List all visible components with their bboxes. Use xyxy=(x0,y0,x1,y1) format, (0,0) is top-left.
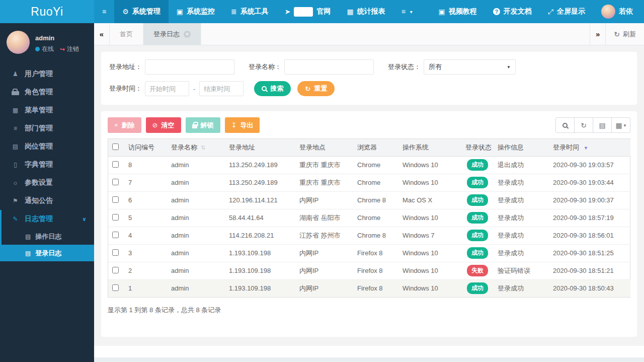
x-icon: × xyxy=(114,121,118,129)
table-row[interactable]: 6admin120.196.114.121内网IPChrome 8Mac OS … xyxy=(108,191,630,209)
nav-item-system-monitor[interactable]: ▣系统监控 xyxy=(169,0,223,23)
status-cell: 成功 xyxy=(461,279,494,297)
range-separator: - xyxy=(193,85,195,93)
file-icon: ▤ xyxy=(25,233,31,240)
os-cell: Windows 10 xyxy=(398,174,461,191)
row-checkbox[interactable] xyxy=(112,232,119,238)
tab-login-log[interactable]: 登录日志✕ xyxy=(143,23,201,45)
status-badge: 成功 xyxy=(467,177,488,188)
nav-item-user-menu[interactable]: 若依 xyxy=(593,0,641,23)
row-checkbox[interactable] xyxy=(112,284,119,291)
reset-button[interactable]: ↻ 重置 xyxy=(297,81,335,96)
sidebar: admin 在线 ↪ 注销 ♟用户管理角色管理▦菜单管理≡部门管理▤岗位管理▯字… xyxy=(0,23,94,362)
nav-item-layout-menu[interactable]: ≡▾ xyxy=(393,0,421,23)
close-icon[interactable]: ✕ xyxy=(184,31,191,38)
tab-refresh-button[interactable]: ↻ 刷新 xyxy=(605,23,644,45)
row-checkbox[interactable] xyxy=(112,214,119,221)
column-header-check xyxy=(108,139,124,156)
sidebar-item-dept-manage[interactable]: ≡部门管理 xyxy=(0,119,94,137)
message-cell: 验证码错误 xyxy=(494,262,549,279)
delete-button[interactable]: ×删除 xyxy=(108,117,141,133)
row-checkbox[interactable] xyxy=(112,196,119,203)
sidebar-item-log-manage[interactable]: ✎日志管理∨ xyxy=(2,210,94,228)
browser-cell: Chrome xyxy=(353,174,398,191)
sidebar-item-post-manage[interactable]: ▤岗位管理 xyxy=(0,137,94,156)
status-badge: 成功 xyxy=(467,212,488,224)
toggle-view-button[interactable]: ▤ xyxy=(593,117,612,133)
sidebar-group-log-manage: ✎日志管理∨▤操作日志▤登录日志 xyxy=(0,210,94,261)
nav-item-system-manage[interactable]: ⚙系统管理 xyxy=(114,0,169,23)
nav-item-sidebar-toggle[interactable]: ≡ xyxy=(94,0,114,23)
nav-item-stats-report[interactable]: ▦统计报表 xyxy=(339,0,393,23)
nav-item-official-site[interactable]: ➤官网 xyxy=(277,0,339,23)
name-cell: admin xyxy=(167,209,225,227)
button-label: 解锁 xyxy=(201,121,214,130)
row-checkbox[interactable] xyxy=(112,267,119,273)
export-button[interactable]: ↧导出 xyxy=(225,117,260,133)
row-checkbox[interactable] xyxy=(112,161,119,168)
refresh-table-button[interactable]: ↻ xyxy=(574,117,593,133)
id-cell: 1 xyxy=(124,279,167,297)
id-cell: 2 xyxy=(124,262,167,279)
nav-item-system-tools[interactable]: ≣系统工具 xyxy=(223,0,277,23)
columns-button[interactable]: ▦▾ xyxy=(611,117,630,133)
list-view-icon: ▤ xyxy=(599,121,605,129)
login-name-input[interactable] xyxy=(284,59,374,75)
app-logo: RuoYi xyxy=(0,0,94,23)
table-row[interactable]: 1admin1.193.109.198内网IPFirefox 8Windows … xyxy=(108,279,630,297)
tab-home[interactable]: 首页 xyxy=(110,23,143,45)
start-time-input[interactable] xyxy=(145,81,189,96)
sidebar-item-label: 角色管理 xyxy=(25,88,53,97)
row-checkbox[interactable] xyxy=(112,179,119,185)
tabs-scroll-right-icon[interactable]: » xyxy=(590,23,605,45)
login-address-input[interactable] xyxy=(145,59,234,75)
user-avatar[interactable] xyxy=(7,31,30,54)
table-row[interactable]: 5admin58.44.41.64湖南省 岳阳市ChromeWindows 10… xyxy=(108,209,630,227)
end-time-input[interactable] xyxy=(199,81,244,96)
sidebar-item-menu-manage[interactable]: ▦菜单管理 xyxy=(0,101,94,119)
show-search-button[interactable] xyxy=(555,117,575,133)
sidebar-item-param-settings[interactable]: ☼参数设置 xyxy=(0,174,94,192)
login-status-select[interactable]: 所有 ▼ xyxy=(424,59,516,75)
logout-link[interactable]: 注销 xyxy=(67,45,79,53)
sidebar-item-label: 操作日志 xyxy=(35,232,61,241)
sidebar-item-role-manage[interactable]: 角色管理 xyxy=(0,83,94,101)
table-row[interactable]: 7admin113.250.249.189重庆市 重庆市ChromeWindow… xyxy=(108,174,630,191)
status-badge: 失败 xyxy=(467,265,488,276)
refresh-icon: ↻ xyxy=(305,85,310,93)
footer-strip xyxy=(94,346,644,357)
table-row[interactable]: 2admin1.193.109.198内网IPFirefox 8Windows … xyxy=(108,262,630,279)
os-cell: Mac OS X xyxy=(398,191,461,209)
select-all-checkbox[interactable] xyxy=(112,143,119,150)
navbar-right-menu: ▣视频教程?开发文档⤢全屏显示若依 xyxy=(431,0,644,23)
search-button[interactable]: 搜索 xyxy=(254,81,291,96)
status-cell: 成功 xyxy=(461,191,494,209)
table-row[interactable]: 4admin114.216.208.21江苏省 苏州市Chrome 8Windo… xyxy=(108,227,630,244)
login-time-label: 登录时间： xyxy=(109,84,142,93)
row-checkbox[interactable] xyxy=(112,249,119,256)
id-cell: 6 xyxy=(124,191,167,209)
sidebar-item-notice-manage[interactable]: ⚑通知公告 xyxy=(0,192,94,210)
column-label: 登录状态 xyxy=(465,143,492,151)
edit-icon: ✎ xyxy=(12,215,19,223)
logout-icon[interactable]: ↪ xyxy=(60,46,65,53)
sidebar-item-user-manage[interactable]: ♟用户管理 xyxy=(0,65,94,83)
column-label: 操作信息 xyxy=(498,143,524,151)
name-cell: admin xyxy=(167,227,225,244)
tabs-scroll-left-icon[interactable]: « xyxy=(94,23,110,45)
sidebar-item-login-log[interactable]: ▤登录日志 xyxy=(2,245,94,261)
status-badge: 成功 xyxy=(467,194,488,206)
nav-item-dev-docs[interactable]: ?开发文档 xyxy=(485,0,540,23)
clear-button[interactable]: ⊘清空 xyxy=(146,117,181,133)
os-cell: Windows 10 xyxy=(398,279,461,297)
sidebar-item-oper-log[interactable]: ▤操作日志 xyxy=(2,228,94,245)
sidebar-item-dict-manage[interactable]: ▯字典管理 xyxy=(0,156,94,174)
unlock-button[interactable]: 解锁 xyxy=(186,117,220,133)
table-row[interactable]: 3admin1.193.109.198内网IPFirefox 8Windows … xyxy=(108,244,630,262)
sort-icon[interactable]: ⇅ xyxy=(201,144,205,151)
nav-item-video-tutorial[interactable]: ▣视频教程 xyxy=(431,0,485,23)
sort-desc-icon[interactable]: ▼ xyxy=(584,146,588,151)
table-row[interactable]: 8admin113.250.249.189重庆市 重庆市ChromeWindow… xyxy=(108,156,630,174)
nav-item-fullscreen[interactable]: ⤢全屏显示 xyxy=(540,0,593,23)
message-cell: 登录成功 xyxy=(494,227,549,244)
